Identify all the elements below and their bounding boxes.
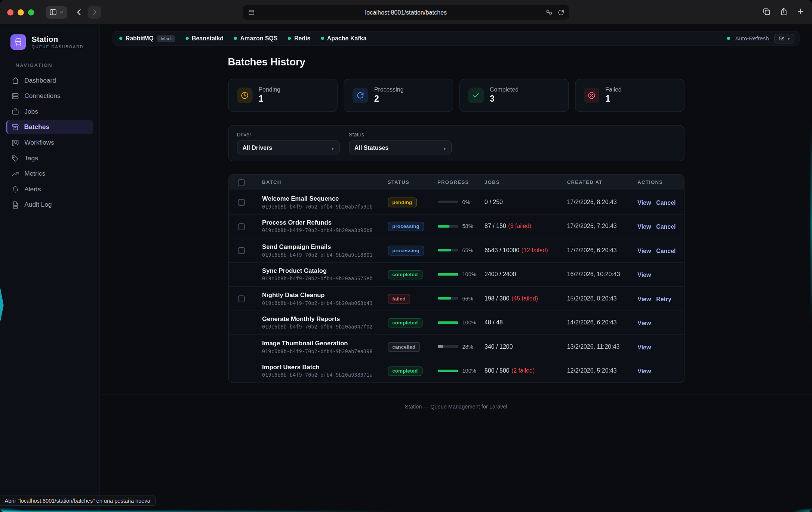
view-link[interactable]: View xyxy=(637,272,651,278)
sidebar-item-audit-log[interactable]: Audit Log xyxy=(6,197,93,212)
jobs-failed-count: (12 failed) xyxy=(522,247,548,253)
progress-fill xyxy=(437,225,449,228)
batch-id: 019c6b8b-b4f9-70b2-bfb4-9b20ab068b43 xyxy=(262,300,378,306)
table-row: Nightly Data Cleanup 019c6b8b-b4f9-70b2-… xyxy=(228,286,684,310)
zoom-window-button[interactable] xyxy=(28,9,34,15)
created-at: 15/2/2026, 0:20:43 xyxy=(558,295,628,302)
view-link[interactable]: View xyxy=(637,223,651,230)
created-at: 12/2/2026, 5:20:43 xyxy=(558,368,628,374)
tab-overview-icon[interactable] xyxy=(762,7,771,18)
progress-fill xyxy=(437,273,458,276)
view-link[interactable]: View xyxy=(637,248,651,254)
sidebar-item-workflows[interactable]: Workflows xyxy=(6,135,93,150)
sidebar-item-tags[interactable]: Tags xyxy=(6,151,93,166)
online-dot-icon xyxy=(119,37,122,40)
share-icon[interactable] xyxy=(779,7,788,18)
progress-percent: 65% xyxy=(462,247,473,253)
batch-name: Sync Product Catalog xyxy=(262,267,378,274)
driver-status-chip: Amazon SQS xyxy=(234,35,278,41)
jobs-failed-count: (2 failed) xyxy=(511,368,535,374)
view-link[interactable]: View xyxy=(637,320,651,326)
status-badge: cancelled xyxy=(388,342,420,352)
refresh-interval-select[interactable]: 5s xyxy=(774,33,794,43)
stats-row: Pending 1 Processing 2 xyxy=(228,79,685,112)
status-badge: completed xyxy=(388,270,422,280)
jobs-count: 0 / 250 xyxy=(485,199,503,205)
stat-card-processing: Processing 2 xyxy=(344,79,453,112)
select-all-checkbox[interactable] xyxy=(238,179,244,186)
driver-status-chip: Beanstalkd xyxy=(185,35,224,41)
created-at: 14/2/2026, 6:20:43 xyxy=(558,320,628,326)
row-checkbox[interactable] xyxy=(238,296,244,302)
driver-filter-select[interactable]: All Drivers xyxy=(237,141,339,154)
row-checkbox[interactable] xyxy=(238,199,244,206)
check-icon xyxy=(468,87,484,103)
jobs-failed-count: (3 failed) xyxy=(508,223,531,229)
extensions-icon[interactable] xyxy=(545,9,553,18)
sidebar-item-dashboard[interactable]: Dashboard xyxy=(6,73,93,88)
new-tab-icon[interactable] xyxy=(796,7,805,18)
view-link[interactable]: View xyxy=(637,296,651,302)
status-filter-select[interactable]: All Statuses xyxy=(349,141,452,154)
table-row: Generate Monthly Reports 019c6b8b-b4f9-7… xyxy=(228,310,684,334)
sidebar-item-alerts[interactable]: Alerts xyxy=(6,182,93,197)
sidebar-item-batches[interactable]: Batches xyxy=(6,120,93,134)
created-at: 16/2/2026, 10:20:43 xyxy=(558,271,628,278)
address-bar[interactable]: localhost:8001/station/batches xyxy=(243,5,569,20)
driver-status-chip: Apache Kafka xyxy=(321,35,366,41)
tag-icon xyxy=(12,154,19,162)
back-button[interactable] xyxy=(75,8,84,17)
progress-bar xyxy=(437,297,458,300)
jobs-count: 340 / 1200 xyxy=(485,343,513,350)
reload-icon[interactable] xyxy=(557,9,565,18)
chevron-down-icon xyxy=(59,10,64,14)
progress-bar xyxy=(437,249,458,252)
close-window-button[interactable] xyxy=(7,9,13,15)
jobs-count: 500 / 500 xyxy=(485,368,510,374)
minimize-window-button[interactable] xyxy=(18,9,24,15)
batch-id: 019c6b8b-b4f9-70b2-bfb4-9b20a938371a xyxy=(262,372,378,378)
table-body: Welcome Email Sequence 019c6b8b-b4f9-70b… xyxy=(228,190,684,383)
online-dot-icon xyxy=(321,37,324,40)
batch-id: 019c6b8b-b4f9-70b2-bfb4-9b20aa047f02 xyxy=(262,324,378,330)
table-row: Import Users Batch 019c6b8b-b4f9-70b2-bf… xyxy=(228,358,684,382)
home-icon xyxy=(12,77,19,84)
sidebar-toggle-icon xyxy=(49,8,57,16)
sidebar-item-jobs[interactable]: Jobs xyxy=(6,104,93,119)
trending-up-icon xyxy=(12,170,19,178)
jobs-count: 198 / 300 xyxy=(485,295,510,302)
driver-default-badge: default xyxy=(157,35,175,42)
progress-percent: 100% xyxy=(462,320,476,326)
batch-name: Generate Monthly Reports xyxy=(262,315,378,323)
created-at: 17/2/2026, 6:20:43 xyxy=(558,247,628,253)
view-link[interactable]: View xyxy=(637,200,651,206)
status-badge: pending xyxy=(388,198,417,207)
secondary-action-link[interactable]: Cancel xyxy=(656,200,676,206)
sidebar-item-connections[interactable]: Connections xyxy=(6,89,93,103)
row-checkbox[interactable] xyxy=(238,247,244,254)
view-link[interactable]: View xyxy=(637,368,651,374)
view-link[interactable]: View xyxy=(637,344,651,351)
sidebar-item-metrics[interactable]: Metrics xyxy=(6,166,93,181)
row-checkbox[interactable] xyxy=(238,223,244,230)
secondary-action-link[interactable]: Cancel xyxy=(656,248,676,254)
nav-section-label: NAVIGATION xyxy=(16,62,100,68)
stat-card-pending: Pending 1 xyxy=(228,79,338,112)
batches-table: BATCH STATUS PROGRESS JOBS CREATED AT AC… xyxy=(228,174,685,383)
stat-card-completed: Completed 3 xyxy=(459,79,569,112)
status-badge: completed xyxy=(388,366,422,376)
created-at: 13/2/2026, 11:20:43 xyxy=(558,343,628,350)
x-circle-icon xyxy=(584,87,599,103)
table-row: Welcome Email Sequence 019c6b8b-b4f9-70b… xyxy=(228,190,684,214)
archive-box-icon xyxy=(11,123,19,131)
progress-percent: 100% xyxy=(462,368,476,374)
status-filter-label: Status xyxy=(349,131,452,138)
secondary-action-link[interactable]: Retry xyxy=(656,296,671,302)
secondary-action-link[interactable]: Cancel xyxy=(656,223,676,230)
sidebar-toggle-button[interactable] xyxy=(46,6,67,18)
online-dot-icon xyxy=(288,37,291,40)
forward-button[interactable] xyxy=(87,6,101,18)
batch-name: Send Campaign Emails xyxy=(262,243,378,250)
batch-id: 019c6b8b-b4f9-70b2-bfb4-9b20ab7ea398 xyxy=(262,348,378,354)
batch-name: Welcome Email Sequence xyxy=(262,195,378,202)
